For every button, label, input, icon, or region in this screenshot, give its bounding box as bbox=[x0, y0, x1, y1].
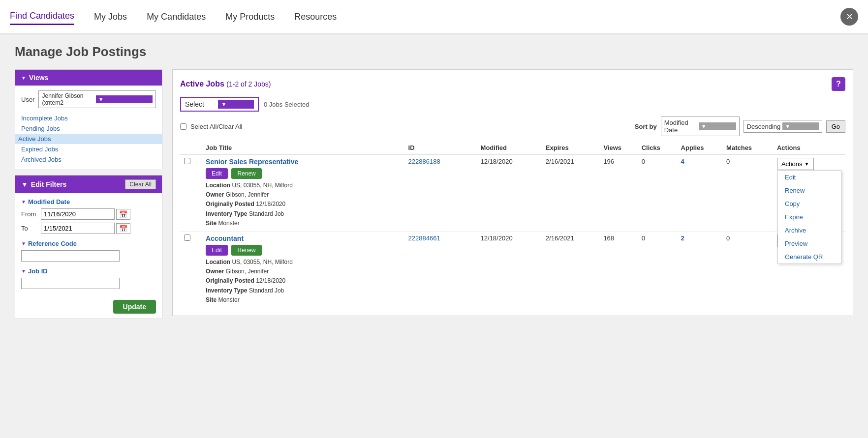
to-label: To bbox=[21, 225, 41, 232]
jobs-selected-count: 0 Jobs Selected bbox=[264, 101, 310, 108]
row1-edit-button[interactable]: Edit bbox=[206, 168, 228, 179]
user-select[interactable]: Jennifer Gibson (xntem2 ▼ bbox=[38, 90, 156, 108]
go-button[interactable]: Go bbox=[826, 120, 845, 133]
job-id-arrow-icon: ▼ bbox=[21, 268, 26, 274]
row1-actions-dropdown: Edit Renew Copy Expire Archive Preview G… bbox=[777, 170, 841, 264]
row1-actions-wrap: Actions ▼ Edit Renew Copy Expire Archive bbox=[777, 158, 841, 170]
row1-title-link[interactable]: Senior Sales Representative bbox=[206, 158, 298, 166]
col-views: Views bbox=[599, 141, 637, 155]
from-date-input[interactable] bbox=[41, 208, 115, 220]
row2-edit-button[interactable]: Edit bbox=[206, 245, 228, 256]
sort-order-value: Descending bbox=[747, 123, 781, 130]
from-calendar-icon[interactable]: 📅 bbox=[116, 209, 130, 220]
close-button[interactable]: ✕ bbox=[840, 8, 858, 26]
nav-find-candidates[interactable]: Find Candidates bbox=[10, 8, 74, 25]
reference-code-filter-title[interactable]: ▼ Reference Code bbox=[21, 240, 156, 247]
row2-applies-link[interactable]: 2 bbox=[681, 234, 684, 242]
reference-code-input[interactable] bbox=[21, 250, 120, 262]
user-label: User bbox=[21, 96, 34, 103]
modified-date-arrow-icon: ▼ bbox=[21, 199, 26, 204]
col-modified: Modified bbox=[477, 141, 542, 155]
page-title: Manage Job Postings bbox=[15, 44, 853, 59]
dropdown-renew[interactable]: Renew bbox=[778, 184, 841, 197]
sort-order-arrow-icon: ▼ bbox=[782, 122, 818, 130]
row1-clicks: 0 bbox=[638, 155, 677, 232]
modified-date-filter-title[interactable]: ▼ Modified Date bbox=[21, 198, 156, 205]
table-row: Accountant Edit Renew Location US, 03055… bbox=[180, 231, 845, 308]
row1-actions-button[interactable]: Actions ▼ bbox=[777, 158, 814, 170]
col-expires: Expires bbox=[542, 141, 600, 155]
row1-site: Monster bbox=[218, 220, 239, 227]
sidebar-item-expired-jobs[interactable]: Expired Jobs bbox=[21, 144, 156, 154]
dropdown-generate-qr[interactable]: Generate QR bbox=[778, 250, 841, 263]
nav-my-candidates[interactable]: My Candidates bbox=[147, 9, 206, 25]
col-id: ID bbox=[404, 141, 477, 155]
top-navigation: Find Candidates My Jobs My Candidates My… bbox=[0, 0, 868, 34]
dropdown-copy[interactable]: Copy bbox=[778, 197, 841, 210]
dropdown-edit[interactable]: Edit bbox=[778, 171, 841, 184]
row2-owner-label: Owner bbox=[206, 268, 224, 275]
sort-value: Modified Date bbox=[664, 119, 697, 134]
to-calendar-icon[interactable]: 📅 bbox=[116, 223, 130, 234]
job-id-label: Job ID bbox=[28, 267, 48, 275]
job-count: (1-2 of 2 Jobs) bbox=[226, 80, 271, 88]
dropdown-expire[interactable]: Expire bbox=[778, 210, 841, 224]
row2-title-link[interactable]: Accountant bbox=[206, 234, 244, 242]
filters-arrow-icon: ▼ bbox=[21, 180, 28, 188]
nav-my-products[interactable]: My Products bbox=[225, 9, 275, 25]
row1-applies-link[interactable]: 4 bbox=[681, 158, 684, 165]
row1-matches: 0 bbox=[722, 155, 773, 232]
row1-originally-posted-label: Originally Posted bbox=[206, 201, 254, 207]
sidebar-item-archived-jobs[interactable]: Archived Jobs bbox=[21, 154, 156, 165]
row1-expires: 2/16/2021 bbox=[542, 155, 600, 232]
sidebar-item-incomplete-jobs[interactable]: Incomplete Jobs bbox=[21, 113, 156, 123]
row1-actions-label: Actions bbox=[781, 160, 803, 168]
row1-id-link[interactable]: 222886188 bbox=[408, 158, 440, 165]
row1-owner-label: Owner bbox=[206, 191, 224, 198]
dropdown-preview[interactable]: Preview bbox=[778, 237, 841, 250]
row2-renew-button[interactable]: Renew bbox=[231, 245, 261, 256]
sort-order-select[interactable]: Descending ▼ bbox=[744, 120, 822, 133]
col-matches: Matches bbox=[722, 141, 773, 155]
sidebar-item-pending-jobs[interactable]: Pending Jobs bbox=[21, 123, 156, 134]
select-all-label: Select All/Clear All bbox=[190, 123, 243, 130]
select-label: Select bbox=[185, 100, 215, 108]
select-all-checkbox[interactable] bbox=[180, 123, 186, 130]
row1-renew-button[interactable]: Renew bbox=[231, 168, 261, 179]
job-id-input[interactable] bbox=[21, 278, 120, 289]
bulk-select-dropdown[interactable]: Select ▼ bbox=[180, 97, 259, 112]
row2-site: Monster bbox=[218, 296, 239, 303]
main-content: Active Jobs (1-2 of 2 Jobs) ? Select ▼ 0… bbox=[172, 69, 853, 319]
sidebar-item-active-jobs[interactable]: Active Jobs bbox=[15, 134, 162, 144]
row1-inventory-type: Standard Job bbox=[249, 210, 284, 217]
to-date-input[interactable] bbox=[41, 223, 115, 234]
row1-details: Location US, 03055, NH, Milford Owner Gi… bbox=[206, 181, 401, 228]
views-arrow-icon: ▼ bbox=[21, 75, 26, 81]
col-applies: Applies bbox=[677, 141, 723, 155]
row2-title-cell: Accountant Edit Renew Location US, 03055… bbox=[202, 231, 404, 308]
row1-inventory-type-label: Inventory Type bbox=[206, 210, 247, 217]
user-select-arrow-icon: ▼ bbox=[96, 95, 153, 103]
nav-resources[interactable]: Resources bbox=[294, 9, 337, 25]
row2-expires: 2/16/2021 bbox=[542, 231, 600, 308]
row2-id-link[interactable]: 222884661 bbox=[408, 234, 440, 242]
help-icon[interactable]: ? bbox=[832, 77, 845, 91]
sort-by-select[interactable]: Modified Date ▼ bbox=[661, 117, 740, 136]
row2-inventory-type-label: Inventory Type bbox=[206, 287, 247, 294]
nav-my-jobs[interactable]: My Jobs bbox=[94, 9, 127, 25]
row1-checkbox[interactable] bbox=[184, 158, 190, 164]
row1-views: 196 bbox=[599, 155, 637, 232]
update-button[interactable]: Update bbox=[113, 300, 156, 314]
row1-location-label: Location bbox=[206, 182, 230, 189]
sort-by-label: Sort by bbox=[635, 123, 657, 130]
job-id-filter-title[interactable]: ▼ Job ID bbox=[21, 267, 156, 275]
dropdown-archive[interactable]: Archive bbox=[778, 224, 841, 237]
row1-actions-arrow-icon: ▼ bbox=[805, 161, 809, 167]
row2-checkbox[interactable] bbox=[184, 234, 190, 241]
row2-details: Location US, 03055, NH, Milford Owner Gi… bbox=[206, 258, 401, 305]
views-header: ▼ Views bbox=[15, 70, 162, 86]
clear-all-button[interactable]: Clear All bbox=[125, 179, 156, 189]
row1-location: US, 03055, NH, Milford bbox=[232, 182, 292, 189]
row2-matches: 0 bbox=[722, 231, 773, 308]
row2-modified: 12/18/2020 bbox=[477, 231, 542, 308]
